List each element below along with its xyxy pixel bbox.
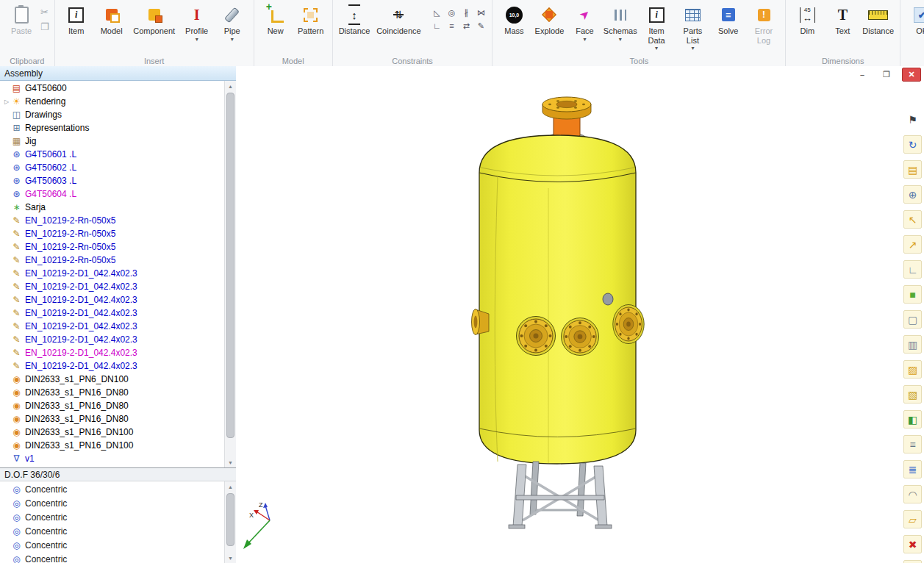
paste-button[interactable]: Paste bbox=[4, 3, 39, 37]
center-view-button[interactable]: ⊕ bbox=[903, 185, 922, 204]
tree-item[interactable]: ✎ EN_10219-2-D1_042.4x02.3 bbox=[0, 320, 225, 333]
box-view-button[interactable]: ▢ bbox=[903, 310, 922, 329]
concentric-constraint-button[interactable]: ◎ bbox=[444, 6, 459, 19]
tree-item[interactable]: ✎ EN_10219-2-D1_042.4x02.3 bbox=[0, 267, 225, 280]
cut-button[interactable]: ✂ bbox=[40, 7, 49, 17]
tree-item[interactable]: ⊛ G4T50603 .L bbox=[0, 174, 225, 187]
model-insert-button[interactable]: Model bbox=[94, 3, 129, 37]
tree-item[interactable]: ⊛ G4T50604 .L bbox=[0, 187, 225, 201]
scroll-up-icon[interactable]: ▲ bbox=[225, 481, 236, 492]
tree-scrollbar-thumb[interactable] bbox=[226, 93, 234, 438]
tangent-constraint-button[interactable]: ⋈ bbox=[473, 6, 488, 19]
solve-button[interactable]: ≡ Solve bbox=[711, 3, 746, 37]
profile-button[interactable]: I Profile ▾ bbox=[179, 3, 215, 44]
pin-button[interactable]: ⚑ bbox=[903, 110, 922, 129]
mass-button[interactable]: 10,0 Mass bbox=[496, 3, 531, 37]
coincidence-button[interactable]: ⇅ Coincidence bbox=[372, 3, 425, 37]
new-button[interactable]: New bbox=[258, 3, 293, 37]
constraint-row[interactable]: ◎ Concentric bbox=[0, 552, 225, 563]
face-highlight-button[interactable]: ■ bbox=[903, 285, 922, 304]
tree-item[interactable]: ✎ EN_10219-2-D1_042.4x02.3 bbox=[0, 293, 225, 306]
wireframe-box-button[interactable]: ▧ bbox=[903, 385, 922, 404]
angle-constraint-button[interactable]: ◺ bbox=[429, 6, 444, 19]
schemas-button[interactable]: Schemas ▾ bbox=[602, 3, 638, 44]
tree-item[interactable]: ⊛ G4T50602 .L bbox=[0, 161, 225, 174]
align-constraint-button[interactable]: ≡ bbox=[444, 19, 459, 32]
layers-button[interactable]: ≣ bbox=[903, 460, 922, 478]
tree-scrollbar[interactable]: ▲ ▼ bbox=[224, 81, 236, 467]
tree-item[interactable]: ✎ EN_10219-2-D1_042.4x02.3 bbox=[0, 280, 225, 293]
item-button[interactable]: i Item bbox=[59, 3, 94, 37]
dof-scrollbar-thumb[interactable] bbox=[226, 493, 234, 546]
tree-item[interactable]: ✎ EN_10219-2-D1_042.4x02.3 bbox=[0, 333, 225, 346]
measure-button[interactable]: ▤ bbox=[903, 160, 922, 179]
parallel-constraint-button[interactable]: ∦ bbox=[459, 6, 473, 19]
tree-item[interactable]: ∗ Sarja bbox=[0, 201, 225, 214]
expand-toggle-icon[interactable]: ▷ bbox=[2, 98, 11, 105]
tree-item[interactable]: ⊞ Representations bbox=[0, 121, 225, 135]
pattern-button[interactable]: Pattern bbox=[293, 3, 329, 37]
tree-item[interactable]: ∇ v1 bbox=[0, 452, 225, 465]
face-button[interactable]: ➤ Face ▾ bbox=[567, 3, 602, 44]
select-arrow-button[interactable]: ↖ bbox=[903, 210, 922, 229]
tree-item[interactable]: ✎ EN_10219-2-D1_042.4x02.3 bbox=[0, 346, 225, 359]
text-button[interactable]: T Text bbox=[825, 3, 860, 37]
pipe-button[interactable]: Pipe ▾ bbox=[215, 3, 250, 44]
explode-button[interactable]: Explode bbox=[531, 3, 567, 37]
tree-item[interactable]: ◉ DIN2633_s1_PN6_DN100 bbox=[0, 373, 225, 386]
corner-snap-button[interactable]: ∟ bbox=[903, 260, 922, 279]
tree-item[interactable]: ◉ DIN2633_s1_PN16_DN100 bbox=[0, 439, 225, 452]
notes-button[interactable]: ≡ bbox=[903, 435, 922, 453]
item-data-button[interactable]: i Item Data ▾ bbox=[638, 3, 675, 53]
swap-constraint-button[interactable]: ⇄ bbox=[459, 19, 473, 32]
select-target-button[interactable]: ↗ bbox=[903, 235, 922, 254]
distance-dim-button[interactable]: Distance bbox=[860, 3, 896, 37]
dof-scrollbar[interactable]: ▲ ▼ bbox=[224, 481, 236, 563]
tree-item[interactable]: ⊛ G4T50601 .L bbox=[0, 148, 225, 161]
dim-button[interactable]: 45↔ Dim bbox=[789, 3, 825, 37]
perpendicular-constraint-button[interactable]: ∟ bbox=[429, 19, 444, 32]
constraint-row[interactable]: ◎ Concentric bbox=[0, 524, 225, 538]
export-button[interactable]: ↪ bbox=[903, 560, 922, 563]
tree-item[interactable]: ✎ EN_10219-2-Rn-050x5 bbox=[0, 240, 225, 254]
tree-item[interactable]: ✎ EN_10219-2-D1_042.4x02.3 bbox=[0, 306, 225, 320]
tree-item[interactable]: ✎ EN_10219-2-D1_042.4x02.3 bbox=[0, 359, 225, 373]
tree-item[interactable]: ◫ Drawings bbox=[0, 108, 225, 121]
tree-item[interactable]: ◉ DIN2633_s1_PN16_DN80 bbox=[0, 412, 225, 426]
vessel-model[interactable]: Z X bbox=[236, 66, 924, 563]
tree-item[interactable]: ◉ DIN2633_s1_PN16_DN100 bbox=[0, 426, 225, 439]
parts-list-button[interactable]: Parts List ▾ bbox=[675, 3, 711, 53]
constraint-row[interactable]: ◎ Concentric bbox=[0, 482, 225, 496]
ok-button[interactable]: ✔ OK bbox=[904, 3, 924, 37]
rotate-view-button[interactable]: ↻ bbox=[903, 135, 922, 154]
tree-item[interactable]: ▦ Jig bbox=[0, 135, 225, 148]
arc-tool-button[interactable]: ◠ bbox=[903, 485, 922, 503]
drawer-button[interactable]: ▱ bbox=[903, 510, 922, 528]
scroll-up-icon[interactable]: ▲ bbox=[225, 81, 236, 91]
constraint-row[interactable]: ◎ Concentric bbox=[0, 496, 225, 510]
copy-button[interactable]: ❐ bbox=[40, 22, 49, 32]
component-button[interactable]: Component bbox=[129, 3, 179, 37]
restore-button[interactable]: ❐ bbox=[878, 68, 895, 81]
close-button[interactable]: ✕ bbox=[902, 68, 921, 82]
constraint-row[interactable]: ◎ Concentric bbox=[0, 538, 225, 552]
scroll-down-icon[interactable]: ▼ bbox=[225, 553, 236, 563]
minimize-button[interactable]: − bbox=[853, 68, 871, 81]
tree-item[interactable]: ◉ DIN2633_s1_PN16_DN80 bbox=[0, 399, 225, 412]
tree-item[interactable]: ▷ ☀ Rendering bbox=[0, 95, 225, 108]
section-view-button[interactable]: ▥ bbox=[903, 335, 922, 354]
tree-item[interactable]: ▤ G4T50600 bbox=[0, 82, 225, 95]
tree-item[interactable]: ◉ DIN2633_s1_PN16_DN80 bbox=[0, 386, 225, 399]
3d-viewport[interactable]: Z X − ❐ ✕ ⚑↻▤⊕↖↗∟■▢▥▨▧◧≡≣◠▱✖↪ bbox=[236, 66, 924, 563]
constraint-row[interactable]: ◎ Concentric bbox=[0, 510, 225, 524]
tree-item[interactable]: ✎ EN_10219-2-Rn-050x5 bbox=[0, 227, 225, 240]
scroll-down-icon[interactable]: ▼ bbox=[225, 457, 236, 467]
distance-constraint-button[interactable]: ↕ Distance bbox=[337, 3, 373, 37]
delete-button[interactable]: ✖ bbox=[903, 535, 922, 553]
iso-cube-button[interactable]: ◧ bbox=[903, 410, 922, 428]
error-log-button[interactable]: ! Error Log bbox=[746, 3, 782, 46]
solid-box-button[interactable]: ▨ bbox=[903, 360, 922, 379]
tree-item[interactable]: ✎ EN_10219-2-Rn-050x5 bbox=[0, 214, 225, 227]
tree-item[interactable]: ✎ EN_10219-2-Rn-050x5 bbox=[0, 254, 225, 267]
edit-constraint-button[interactable]: ✎ bbox=[473, 19, 488, 32]
